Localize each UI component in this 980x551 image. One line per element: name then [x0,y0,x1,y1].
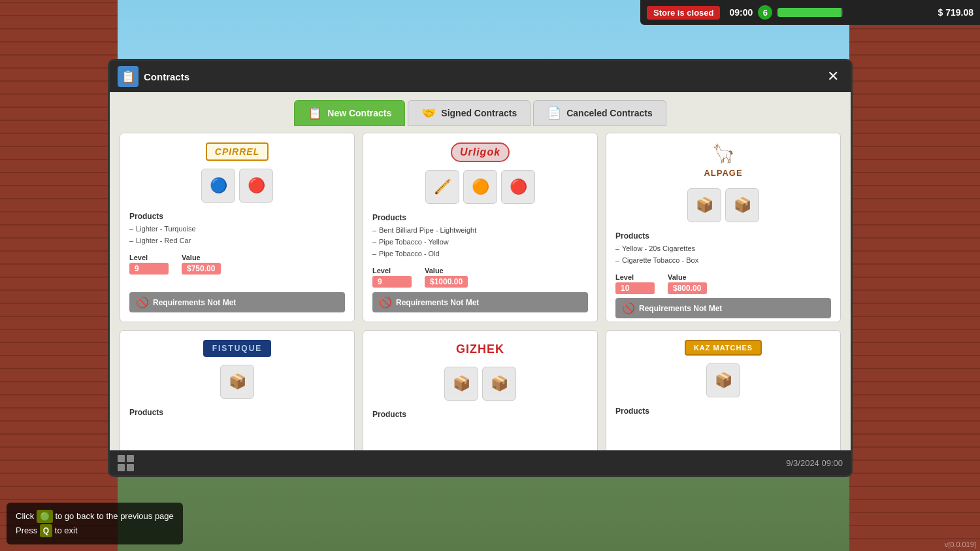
level-value-row-cpirrel: Level 9 Value $750.00 [129,254,345,275]
tab-signed-label: Signed Contracts [441,108,517,118]
brand-logo-alpage: ALPAGE [696,165,750,180]
hint-line1-prefix: Click [16,511,37,521]
brick-wall-left [0,0,118,551]
thumb-pipe: 🪈 [425,170,459,204]
value-label: Value [668,273,707,281]
product-item: Cigarette Tobacco - Box [615,256,831,264]
requirements-not-met-alpage[interactable]: 🚫 Requirements Not Met [615,298,831,318]
products-label-alpage: Products [615,231,831,241]
thumb-cigarette-tobacco-box: 📦 [725,188,759,222]
canceled-contracts-icon: 📄 [547,106,561,120]
window-icon: 📋 [118,66,139,87]
product-thumbs-cpirrel: 🔵 🔴 [129,169,345,203]
window-content: 📋 New Contracts 🤝 Signed Contracts 📄 Can… [110,92,851,450]
window-title: Contracts [144,71,189,82]
signed-contracts-icon: 🤝 [421,106,436,120]
brand-fistuque: FISTUQUE [129,340,345,357]
req-label: Requirements Not Met [153,298,236,307]
thumb-cigarettes-yellow: 📦 [687,188,721,222]
req-icon: 🚫 [622,302,635,314]
product-item: Pipe Tobacco - Yellow [372,238,588,246]
hud-level: 6 [758,5,772,20]
hint-box: Click 🟢 to go back to the previous page … [7,503,183,544]
contract-card-cpirrel: CPIRREL 🔵 🔴 Products Lighter - Turquoise… [120,133,355,322]
value-block-alpage: Value $800.00 [668,273,707,294]
level-block-alpage: Level 10 [615,273,655,294]
thumb-gizhek-1: 📦 [444,367,478,401]
thumb-lighter-red: 🔴 [239,169,273,203]
level-value-row-alpage: Level 10 Value $800.00 [615,273,831,294]
thumb-fistuque-1: 📦 [220,365,254,399]
products-label-urligok: Products [372,213,588,222]
tab-new-contracts[interactable]: 📋 New Contracts [294,100,405,126]
brand-alpage-wrap: 🦙 ALPAGE [696,142,750,180]
requirements-not-met-cpirrel[interactable]: 🚫 Requirements Not Met [129,292,345,312]
brand-gizhek: GIZHEK [372,340,588,359]
alpaca-icon: 🦙 [712,142,735,164]
product-thumbs-urligok: 🪈 🟠 🔴 [372,170,588,204]
product-thumbs-alpage: 📦 📦 [615,188,831,222]
contracts-grid: CPIRREL 🔵 🔴 Products Lighter - Turquoise… [110,126,851,450]
level-block-cpirrel: Level 9 [129,254,169,275]
contract-card-kazmatches: KAZ MATCHES 📦 Products [606,330,841,450]
products-label-cpirrel: Products [129,212,345,221]
products-label-kazmatches: Products [615,407,831,416]
level-value: 9 [372,276,412,288]
hud-xp-fill [777,8,841,17]
product-item: Lighter - Turquoise [129,225,345,233]
requirements-not-met-urligok[interactable]: 🚫 Requirements Not Met [372,292,588,312]
level-label: Level [372,267,412,275]
product-item: Pipe Tobacco - Old [372,250,588,258]
level-value: 9 [129,263,169,275]
brand-logo-gizhek: GIZHEK [448,340,512,359]
contract-card-alpage: 🦙 ALPAGE 📦 📦 Products Yellow - 20s Cigar… [606,133,841,322]
grid-view-icon[interactable] [118,455,134,471]
level-label: Level [615,273,655,281]
contract-card-fistuque: FISTUQUE 📦 Products [120,330,355,450]
new-contracts-icon: 📋 [308,106,322,120]
tabs-row: 📋 New Contracts 🤝 Signed Contracts 📄 Can… [110,92,851,126]
req-label: Requirements Not Met [396,298,479,307]
value-block-urligok: Value $1000.00 [425,267,468,288]
window-bottom-bar: 9/3/2024 09:00 [110,450,851,475]
version-label: v[0.0.019] [945,541,976,548]
product-item: Bent Billiard Pipe - Lightweight [372,226,588,234]
brand-urligok: Urligok [372,142,588,162]
contract-card-urligok: Urligok 🪈 🟠 🔴 Products Bent Billiard Pip… [363,133,598,322]
thumb-gizhek-2: 📦 [482,367,516,401]
value-label: Value [425,267,468,275]
brand-logo-cpirrel: CPIRREL [206,142,269,161]
close-button[interactable]: ✕ [823,67,843,86]
brand-logo-fistuque: FISTUQUE [203,340,272,357]
product-thumbs-kazmatches: 📦 [615,363,831,397]
brand-alpage: 🦙 ALPAGE [615,142,831,180]
thumb-kazmatches-1: 📦 [706,363,740,397]
product-thumbs-fistuque: 📦 [129,365,345,399]
thumb-lighter-turquoise: 🔵 [201,169,235,203]
req-label: Requirements Not Met [639,304,722,313]
brand-kazmatches: KAZ MATCHES [615,340,831,356]
value-value: $750.00 [182,263,221,275]
level-value-row-urligok: Level 9 Value $1000.00 [372,267,588,288]
level-value: 10 [615,282,655,294]
back-key-icon: 🟢 [37,510,53,523]
hud-money: $ 719.08 [938,7,974,18]
tab-canceled-contracts[interactable]: 📄 Canceled Contracts [533,100,666,126]
level-block-urligok: Level 9 [372,267,412,288]
hud-bar: Store is closed 09:00 6 $ 719.08 [640,0,980,25]
thumb-tobacco-old: 🔴 [501,170,535,204]
contract-card-gizhek: GIZHEK 📦 📦 Products [363,330,598,450]
tab-canceled-label: Canceled Contracts [566,108,652,118]
hint-line2: Press Q to exit [16,524,174,538]
brick-wall-right [849,0,980,551]
req-icon: 🚫 [136,296,149,309]
product-item: Lighter - Red Car [129,237,345,244]
window-titlebar: 📋 Contracts ✕ [110,61,851,92]
hint-line1: Click 🟢 to go back to the previous page [16,509,174,524]
value-label: Value [182,254,221,261]
brand-cpirrel: CPIRREL [129,142,345,161]
brand-logo-urligok: Urligok [451,142,510,162]
product-thumbs-gizhek: 📦 📦 [372,367,588,401]
tab-signed-contracts[interactable]: 🤝 Signed Contracts [408,100,531,126]
level-label: Level [129,254,169,261]
